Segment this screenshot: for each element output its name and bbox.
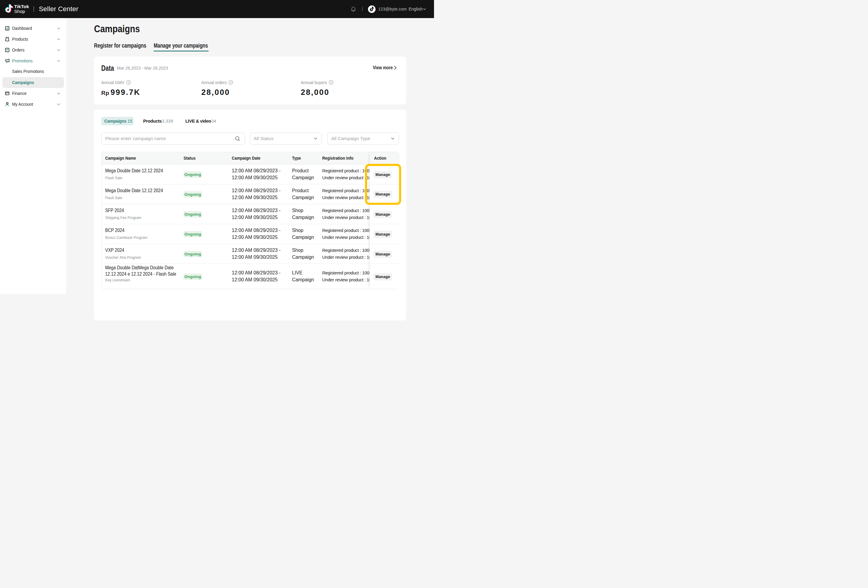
svg-text:?: ? <box>330 81 332 84</box>
svg-text:?: ? <box>128 81 130 84</box>
svg-text:?: ? <box>230 81 232 84</box>
